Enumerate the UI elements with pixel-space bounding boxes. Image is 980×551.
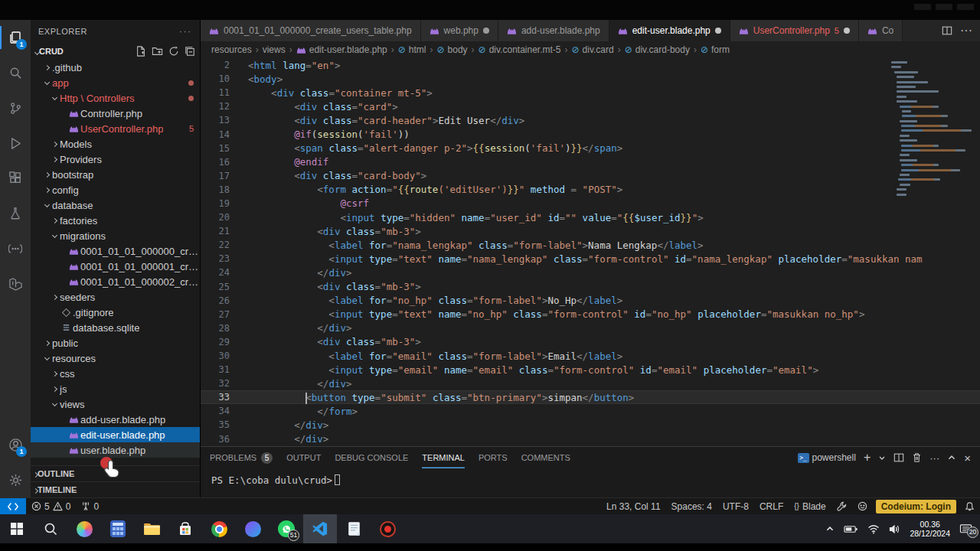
indentation[interactable]: Spaces: 4 — [666, 498, 717, 514]
folder-item[interactable]: js — [31, 381, 200, 396]
folder-item[interactable]: css — [31, 366, 200, 381]
maximize-button[interactable] — [936, 4, 952, 10]
close-panel-icon[interactable]: × — [964, 452, 971, 465]
file-item[interactable]: 0001_01_01_000001_create_c... — [31, 259, 200, 274]
remote-indicator[interactable] — [0, 498, 26, 514]
cursor-position[interactable]: Ln 33, Col 11 — [601, 498, 666, 514]
panel-tab-output[interactable]: OUTPUT — [286, 447, 321, 468]
new-file-icon[interactable] — [136, 46, 146, 57]
source-control-icon[interactable] — [0, 90, 31, 126]
file-item[interactable]: 0001_01_01_000000_create_u... — [31, 243, 200, 259]
panel-more-icon[interactable]: ··· — [929, 452, 939, 464]
folder-item[interactable]: factories — [31, 213, 200, 228]
testing-icon[interactable] — [0, 196, 31, 231]
codeium-login[interactable]: Codeium: Login — [876, 500, 956, 514]
breadcrumb-item[interactable]: resources — [211, 44, 252, 55]
taskbar-file-explorer-icon[interactable] — [135, 514, 168, 543]
folder-item[interactable]: config — [31, 182, 200, 197]
folder-item[interactable]: Providers — [31, 152, 200, 167]
close-button[interactable] — [957, 4, 974, 10]
breadcrumb-item[interactable]: ⊘div.card — [572, 44, 614, 55]
folder-item[interactable]: resources — [31, 350, 200, 366]
tab-web-php[interactable]: web.php — [421, 20, 498, 41]
file-item[interactable]: Controller.php — [31, 106, 200, 121]
problems-status[interactable]: 50 — [26, 498, 76, 514]
taskbar-search-icon[interactable] — [34, 514, 67, 543]
breadcrumb-item[interactable]: ⊘div.card-body — [625, 44, 690, 55]
notification-center-icon[interactable]: 20 — [959, 523, 972, 535]
file-item[interactable]: UserController.php5 — [31, 121, 200, 136]
feedback-icon[interactable] — [852, 498, 873, 514]
hidden-icons-chevron-icon[interactable] — [825, 524, 835, 533]
panel-tab-problems[interactable]: PROBLEMS5 — [210, 447, 273, 468]
snippets-icon[interactable] — [0, 231, 31, 266]
section-timeline[interactable]: TIMELINE — [31, 481, 200, 497]
folder-item[interactable]: bootstrap — [31, 167, 200, 182]
folder-item[interactable]: database — [31, 197, 200, 213]
folder-item[interactable]: public — [31, 335, 200, 350]
taskbar-chrome-icon[interactable] — [202, 514, 236, 543]
panel-tab-debug-console[interactable]: DEBUG CONSOLE — [335, 447, 408, 468]
laravel-icon[interactable] — [0, 266, 31, 302]
breadcrumb-item[interactable]: edit-user.blade.php — [296, 44, 387, 55]
file-item[interactable]: add-user.blade.php — [31, 412, 200, 427]
taskbar-store-icon[interactable] — [168, 514, 202, 543]
eol[interactable]: CRLF — [754, 498, 789, 514]
breadcrumb-item[interactable]: ⊘form — [701, 44, 730, 55]
tab-edit-user-blade-php[interactable]: edit-user.blade.php — [609, 20, 730, 41]
file-item[interactable]: 0001_01_01_000002_create_j... — [31, 274, 200, 289]
breadcrumb-item[interactable]: ⊘body — [437, 44, 468, 55]
terminal-dropdown-icon[interactable] — [878, 454, 886, 461]
new-terminal-icon[interactable]: + — [864, 451, 871, 465]
folder-item[interactable]: Models — [31, 136, 200, 152]
kill-terminal-icon[interactable] — [912, 452, 922, 463]
workspace-root-row[interactable]: CRUD — [31, 43, 200, 60]
taskbar-copilot-icon[interactable] — [67, 514, 101, 543]
split-editor-icon[interactable] — [942, 25, 952, 36]
folder-item[interactable]: Http \ Controllers — [31, 90, 200, 106]
file-item[interactable]: user.blade.php — [31, 442, 200, 458]
refresh-icon[interactable] — [168, 46, 179, 57]
explorer-more-icon[interactable]: ··· — [179, 27, 192, 36]
folder-item[interactable]: .github — [31, 60, 200, 75]
notifications-bell-icon[interactable] — [959, 498, 980, 514]
file-item[interactable]: edit-user.blade.php — [31, 427, 200, 442]
taskbar-whatsapp-icon[interactable]: 51 — [270, 514, 303, 543]
code-editor[interactable]: 2<html lang="en">10<body>11 <div class="… — [201, 58, 980, 446]
breadcrumb-item[interactable]: ⊘div.container.mt-5 — [479, 44, 561, 55]
account-icon[interactable]: 1 — [0, 427, 31, 462]
folder-item[interactable]: views — [31, 396, 200, 412]
folder-item[interactable]: migrations — [31, 228, 200, 243]
ports-status[interactable]: 0 — [76, 498, 104, 514]
taskbar-start-icon[interactable] — [0, 514, 34, 543]
minimap[interactable] — [891, 61, 977, 198]
shell-selector[interactable]: >_powershell — [798, 452, 856, 463]
tab-co[interactable]: Co — [859, 20, 903, 41]
explorer-icon[interactable]: 1 — [0, 20, 31, 55]
minimize-button[interactable] — [914, 4, 931, 10]
search-icon[interactable] — [0, 55, 31, 90]
tray-clock[interactable]: 00.3628/12/2024 — [910, 520, 950, 538]
panel-tab-comments[interactable]: COMMENTS — [521, 447, 570, 468]
more-actions-icon[interactable]: ··· — [960, 24, 972, 37]
taskbar-vscode-icon[interactable] — [303, 514, 337, 543]
file-item[interactable]: database.sqlite — [31, 320, 200, 335]
taskbar-notes-icon[interactable] — [337, 514, 371, 543]
extensions-icon[interactable] — [0, 161, 31, 196]
new-folder-icon[interactable] — [152, 46, 163, 57]
split-terminal-icon[interactable] — [893, 452, 904, 463]
taskbar-recorder-icon[interactable] — [371, 514, 404, 543]
panel-tab-terminal[interactable]: TERMINAL — [422, 447, 465, 468]
settings-icon[interactable] — [0, 462, 31, 497]
file-item[interactable]: .gitignore — [31, 305, 200, 320]
collapse-all-icon[interactable] — [185, 46, 195, 57]
folder-item[interactable]: app — [31, 75, 200, 90]
tab-usercontroller-php[interactable]: UserController.php5 — [730, 20, 859, 41]
terminal-output[interactable]: PS E:\coba dulu\crud> — [201, 468, 980, 497]
wrench-icon[interactable] — [831, 498, 852, 514]
maximize-panel-icon[interactable] — [947, 453, 956, 462]
breadcrumb-item[interactable]: ⊘html — [398, 44, 426, 55]
folder-item[interactable]: seeders — [31, 289, 200, 305]
breadcrumb-item[interactable]: views — [263, 44, 286, 55]
encoding[interactable]: UTF-8 — [717, 498, 754, 514]
